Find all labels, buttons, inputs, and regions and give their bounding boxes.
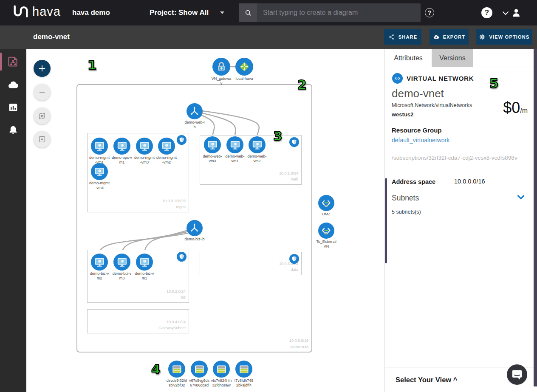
zoom-in-button[interactable]	[34, 60, 51, 77]
account-chevron-icon[interactable]	[502, 10, 509, 15]
mgmt-vm3-node[interactable]	[136, 138, 153, 155]
zoom-out-button[interactable]	[34, 84, 51, 101]
subnet-box-GatewaySubnet[interactable]: 10.0.4.0/24GatewaySubnet	[87, 309, 189, 333]
node-label: demo-web-l b	[181, 120, 209, 130]
vm-icon	[91, 163, 108, 180]
resource-type-label: VIRTUAL NETWORK	[407, 75, 474, 82]
resource-path: Microsoft.Network/virtualNetworks	[392, 102, 472, 108]
vm-icon	[91, 138, 108, 155]
panel-scroll-thumb[interactable]	[385, 178, 387, 263]
storage4-node[interactable]	[235, 361, 252, 378]
mgmt-vm2-node[interactable]	[158, 138, 175, 155]
vm-icon	[113, 138, 130, 155]
address-space-label: Address space	[392, 178, 435, 185]
storage1-node[interactable]	[168, 361, 185, 378]
vm-icon	[136, 138, 153, 155]
search-icon[interactable]	[239, 3, 257, 22]
view-options-button[interactable]: VIEW OPTIONS	[476, 29, 532, 45]
plus-icon	[37, 64, 47, 73]
project-caret-icon[interactable]	[220, 11, 224, 14]
vm-icon	[158, 138, 175, 155]
vm-icon	[91, 254, 108, 271]
nsg-shield-icon[interactable]	[177, 135, 187, 145]
node-label: demo-biz-lb	[181, 237, 209, 242]
storage-icon	[191, 361, 208, 378]
fit-view-button[interactable]	[34, 107, 51, 124]
node-label: To_External VN	[312, 240, 340, 249]
virtual-network-icon	[392, 73, 403, 84]
node-label: demo-mgmt -vm2	[153, 155, 181, 165]
node-label: demo-web- vm2	[243, 154, 271, 164]
help-icon[interactable]	[481, 7, 492, 18]
subscription-path: /subscriptions/32rf32f-cda7-cdj2-vcsx8-v…	[392, 155, 533, 165]
resource-name: demo-vnet	[392, 87, 444, 100]
subnets-expand-icon[interactable]	[516, 192, 526, 202]
storage-icon	[213, 361, 230, 378]
storage2-node[interactable]	[191, 361, 208, 378]
web-vm1-node[interactable]	[226, 136, 243, 153]
to-external-vn-node[interactable]	[318, 223, 334, 239]
node-label: local-hava	[230, 76, 258, 81]
share-button[interactable]: SHARE	[384, 29, 421, 45]
export-button[interactable]: EXPORT	[430, 29, 469, 45]
select-view-toggle[interactable]: Select Your View ^	[396, 376, 457, 384]
subnets-count: 5 subnets(s)	[392, 209, 421, 215]
sidebar-item-alerts[interactable]	[0, 121, 26, 140]
page-scrollbar[interactable]	[534, 49, 537, 386]
center-view-button[interactable]	[34, 131, 51, 148]
node-label: f7v8fdh748 2bksjdff4	[230, 378, 258, 388]
diagram-search	[239, 3, 421, 22]
mgmt-vm1-node[interactable]	[91, 138, 108, 155]
storage-icon	[235, 361, 252, 378]
subnet-box-data[interactable]: 10.0.3.0/24data	[200, 252, 302, 275]
ops-vm1-node[interactable]	[113, 138, 130, 155]
project-selector[interactable]: Project: Show All	[150, 8, 209, 17]
biz-vm2-node[interactable]	[91, 254, 108, 271]
nsg-shield-icon[interactable]	[289, 137, 299, 147]
nsg-shield-icon[interactable]	[289, 254, 299, 264]
left-sidebar	[0, 25, 26, 392]
diagram-canvas[interactable]: 10.0.0.0/16 demo-vnet 10.0.0.128/25mgmt1…	[26, 49, 384, 392]
gear-icon	[479, 34, 486, 40]
nsg-shield-icon[interactable]	[177, 252, 187, 262]
node-label: demo-biz-v m1	[130, 271, 158, 281]
demo-web-lb-node[interactable]	[187, 103, 203, 119]
sidebar-item-diagrams[interactable]	[0, 52, 26, 71]
sidebar-item-reports[interactable]	[0, 98, 26, 117]
subnet-label: 10.0.2.0/24biz	[167, 289, 186, 301]
workspace-name: hava demo	[72, 8, 110, 17]
hava-logo-icon[interactable]	[12, 4, 30, 21]
biz-vm3-node[interactable]	[113, 254, 130, 271]
vn-gateway-node[interactable]	[212, 58, 230, 76]
hava-logo-text[interactable]: hava	[32, 5, 61, 19]
web-vm2-node[interactable]	[249, 136, 266, 153]
diagram-document-icon	[7, 56, 19, 68]
web-vm3-node[interactable]	[204, 136, 221, 153]
share-icon	[388, 34, 395, 40]
panel-tabs: Attributes Versions	[385, 49, 534, 67]
storage3-node[interactable]	[213, 361, 230, 378]
annotation-marker-5: 5	[489, 76, 499, 91]
demo-biz-lb-node[interactable]	[187, 220, 203, 236]
resource-region: westus2	[392, 111, 413, 118]
mgmt-vm4-node[interactable]	[91, 163, 108, 180]
vm-icon	[204, 136, 221, 153]
tab-versions[interactable]: Versions	[432, 49, 473, 67]
search-help-icon[interactable]	[425, 8, 434, 17]
diagram-title: demo-vnet	[33, 33, 70, 41]
storage-icon	[168, 361, 185, 378]
annotation-marker-3: 3	[273, 128, 283, 144]
sidebar-item-environments[interactable]	[0, 76, 26, 95]
tab-attributes[interactable]: Attributes	[385, 49, 432, 67]
dmz-node[interactable]	[318, 195, 334, 211]
biz-vm1-node[interactable]	[136, 254, 153, 271]
bar-chart-icon	[7, 102, 19, 113]
resource-group-link[interactable]: default_virtualnetwork	[392, 137, 449, 144]
search-input[interactable]	[257, 3, 421, 22]
center-target-icon	[37, 135, 47, 144]
local-hava-node[interactable]	[235, 58, 253, 76]
chat-launcher-button[interactable]	[507, 364, 527, 385]
annotation-marker-2: 2	[297, 77, 307, 92]
vnetpeer-icon	[235, 58, 253, 76]
user-account-icon[interactable]	[511, 7, 522, 18]
